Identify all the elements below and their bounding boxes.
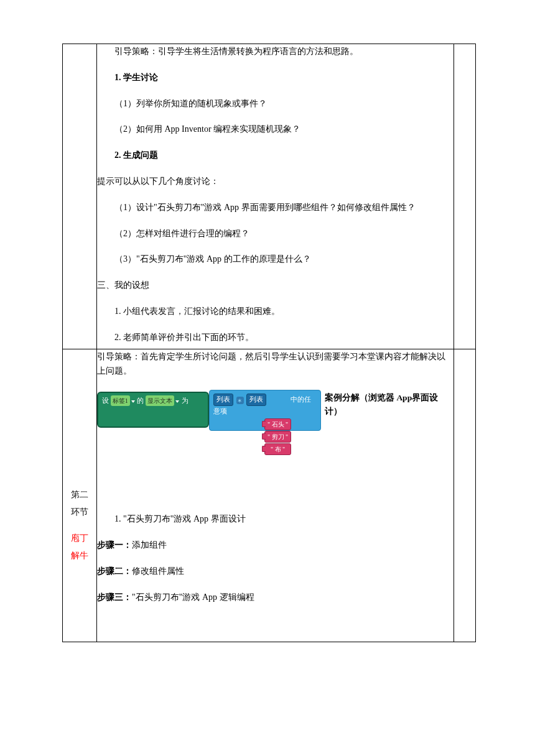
step3-text: "石头剪刀布"游戏 App 逻辑编程 [132, 592, 254, 602]
chevron-down-icon [131, 400, 135, 403]
heading-generate: 2. 生成问题 [97, 148, 454, 163]
prompt-2: （2）怎样对组件进行合理的编程？ [97, 226, 454, 241]
blk-chip-disp: 显示文本 [146, 395, 174, 406]
code-block-image: 设 标签1 的 显示文本 为 列表 列表 中的任意 [97, 390, 321, 432]
heading-discussion: 1. 学生讨论 [97, 70, 454, 85]
section-3: 三、我的设想 [97, 278, 454, 293]
idea-1: 1. 小组代表发言，汇报讨论的结果和困难。 [97, 304, 454, 319]
table-row: 引导策略：引导学生将生活情景转换为程序语言的方法和思路。 1. 学生讨论 （1）… [63, 44, 476, 349]
step-2: 步骤二：修改组件属性 [97, 564, 454, 579]
blk-chip-label: 标签1 [111, 395, 130, 406]
phase-red-2: 解牛 [67, 547, 93, 565]
phase-red-1: 庖丁 [67, 530, 93, 547]
phase-label-1: 第二 [67, 486, 93, 504]
step3-label: 步骤三： [97, 592, 132, 602]
blk-set: 设 [102, 397, 109, 404]
lesson-plan-table: 引导策略：引导学生将生活情景转换为程序语言的方法和思路。 1. 学生讨论 （1）… [62, 44, 476, 642]
blk-list1: 列表 [213, 394, 233, 406]
block-blue-list: 列表 列表 中的任意项 " 石头 " " 剪刀 " [209, 390, 321, 431]
blk-opt-rock: " 石头 " [264, 418, 291, 430]
blk-list2: 列表 [246, 394, 266, 406]
blk-of: 的 [137, 397, 144, 404]
block-green-set: 设 标签1 的 显示文本 为 [97, 392, 209, 428]
right-cell-empty [454, 44, 476, 349]
step-3: 步骤三："石头剪刀布"游戏 App 逻辑编程 [97, 590, 454, 605]
content-cell-1: 引导策略：引导学生将生活情景转换为程序语言的方法和思路。 1. 学生讨论 （1）… [97, 44, 454, 349]
code-block-figure: 设 标签1 的 显示文本 为 列表 列表 中的任意 [97, 390, 454, 432]
figure-caption: 案例分解（浏览器 App界面设计） [325, 390, 454, 418]
step2-label: 步骤二： [97, 566, 132, 576]
gear-icon [236, 397, 244, 404]
step1-label: 步骤一： [97, 540, 132, 550]
phase-label-2: 环节 [67, 504, 93, 521]
table-row: 第二 环节 庖丁 解牛 引导策略：首先肯定学生所讨论问题，然后引导学生认识到需要… [63, 349, 476, 642]
step2-text: 修改组件属性 [132, 566, 184, 576]
blk-opt-paper: " 布 " [264, 443, 291, 455]
step-1: 步骤一：添加组件 [97, 538, 454, 553]
guide-strategy: 引导策略：引导学生将生活情景转换为程序语言的方法和思路。 [97, 44, 454, 59]
question-1: （1）列举你所知道的随机现象或事件？ [97, 96, 454, 111]
blk-opt-scissors: " 剪刀 " [264, 431, 291, 443]
idea-2: 2. 老师简单评价并引出下面的环节。 [97, 330, 454, 345]
step1-text: 添加组件 [132, 540, 167, 550]
blk-to: 为 [182, 397, 188, 404]
left-cell-empty [63, 44, 97, 349]
hint-text: 提示可以从以下几个角度讨论： [97, 174, 454, 189]
left-cell-label: 第二 环节 庖丁 解牛 [63, 349, 97, 642]
prompt-1: （1）设计"石头剪刀布"游戏 App 界面需要用到哪些组件？如何修改组件属性？ [97, 200, 454, 215]
guide-strategy-2: 引导策略：首先肯定学生所讨论问题，然后引导学生认识到需要学习本堂课内容才能解决以… [97, 349, 454, 379]
right-cell-empty-2 [454, 349, 476, 642]
prompt-3: （3）"石头剪刀布"游戏 App 的工作的原理是什么？ [97, 252, 454, 267]
design-heading: 1. "石头剪刀布"游戏 App 界面设计 [97, 512, 454, 527]
chevron-down-icon [175, 400, 179, 403]
question-2: （2）如何用 App Inventor 编程来实现随机现象？ [97, 122, 454, 137]
content-cell-2: 引导策略：首先肯定学生所讨论问题，然后引导学生认识到需要学习本堂课内容才能解决以… [97, 349, 454, 642]
